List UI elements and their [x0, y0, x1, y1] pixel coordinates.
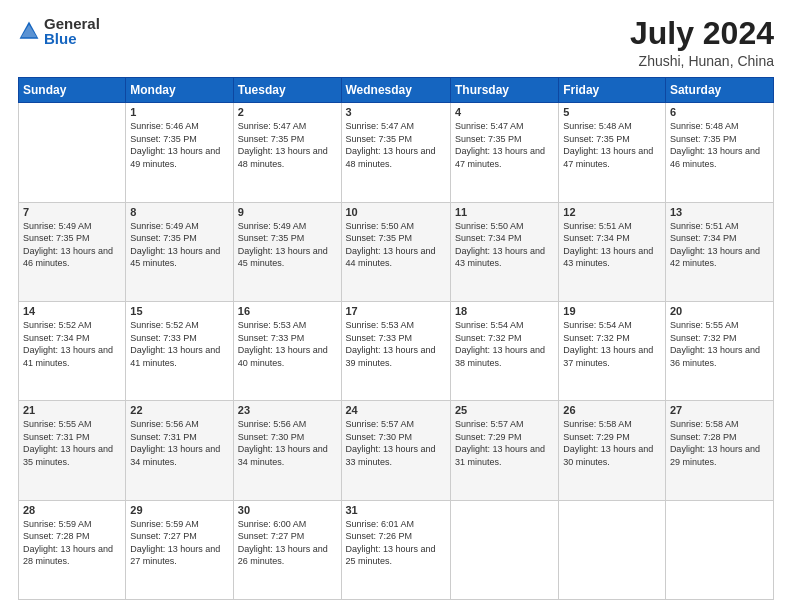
svg-marker-1	[21, 25, 37, 38]
day-number: 25	[455, 404, 554, 416]
cell-content: Sunrise: 5:50 AMSunset: 7:35 PMDaylight:…	[346, 220, 446, 270]
table-row: 15Sunrise: 5:52 AMSunset: 7:33 PMDayligh…	[126, 301, 233, 400]
logo: General Blue	[18, 16, 100, 46]
table-row	[450, 500, 558, 599]
cell-content: Sunrise: 5:53 AMSunset: 7:33 PMDaylight:…	[346, 319, 446, 369]
cell-content: Sunrise: 5:52 AMSunset: 7:33 PMDaylight:…	[130, 319, 228, 369]
col-sunday: Sunday	[19, 78, 126, 103]
day-number: 27	[670, 404, 769, 416]
day-number: 5	[563, 106, 661, 118]
day-number: 7	[23, 206, 121, 218]
cell-content: Sunrise: 5:49 AMSunset: 7:35 PMDaylight:…	[130, 220, 228, 270]
table-row: 31Sunrise: 6:01 AMSunset: 7:26 PMDayligh…	[341, 500, 450, 599]
cell-content: Sunrise: 5:49 AMSunset: 7:35 PMDaylight:…	[238, 220, 337, 270]
cell-content: Sunrise: 5:55 AMSunset: 7:31 PMDaylight:…	[23, 418, 121, 468]
logo-text-general: General	[44, 16, 100, 31]
cell-content: Sunrise: 5:53 AMSunset: 7:33 PMDaylight:…	[238, 319, 337, 369]
table-row: 19Sunrise: 5:54 AMSunset: 7:32 PMDayligh…	[559, 301, 666, 400]
cell-content: Sunrise: 5:54 AMSunset: 7:32 PMDaylight:…	[563, 319, 661, 369]
day-number: 12	[563, 206, 661, 218]
day-number: 22	[130, 404, 228, 416]
day-number: 23	[238, 404, 337, 416]
table-row: 18Sunrise: 5:54 AMSunset: 7:32 PMDayligh…	[450, 301, 558, 400]
day-number: 3	[346, 106, 446, 118]
table-row: 7Sunrise: 5:49 AMSunset: 7:35 PMDaylight…	[19, 202, 126, 301]
day-number: 13	[670, 206, 769, 218]
day-number: 11	[455, 206, 554, 218]
day-number: 29	[130, 504, 228, 516]
day-number: 31	[346, 504, 446, 516]
logo-icon	[18, 20, 40, 42]
header: General Blue July 2024 Zhushi, Hunan, Ch…	[18, 16, 774, 69]
calendar-week-4: 28Sunrise: 5:59 AMSunset: 7:28 PMDayligh…	[19, 500, 774, 599]
table-row: 17Sunrise: 5:53 AMSunset: 7:33 PMDayligh…	[341, 301, 450, 400]
day-number: 30	[238, 504, 337, 516]
cell-content: Sunrise: 5:48 AMSunset: 7:35 PMDaylight:…	[670, 120, 769, 170]
table-row: 13Sunrise: 5:51 AMSunset: 7:34 PMDayligh…	[665, 202, 773, 301]
table-row: 16Sunrise: 5:53 AMSunset: 7:33 PMDayligh…	[233, 301, 341, 400]
cell-content: Sunrise: 5:52 AMSunset: 7:34 PMDaylight:…	[23, 319, 121, 369]
calendar-week-3: 21Sunrise: 5:55 AMSunset: 7:31 PMDayligh…	[19, 401, 774, 500]
table-row: 14Sunrise: 5:52 AMSunset: 7:34 PMDayligh…	[19, 301, 126, 400]
cell-content: Sunrise: 6:01 AMSunset: 7:26 PMDaylight:…	[346, 518, 446, 568]
table-row	[559, 500, 666, 599]
day-number: 10	[346, 206, 446, 218]
table-row: 27Sunrise: 5:58 AMSunset: 7:28 PMDayligh…	[665, 401, 773, 500]
cell-content: Sunrise: 5:50 AMSunset: 7:34 PMDaylight:…	[455, 220, 554, 270]
table-row: 3Sunrise: 5:47 AMSunset: 7:35 PMDaylight…	[341, 103, 450, 202]
cell-content: Sunrise: 5:58 AMSunset: 7:29 PMDaylight:…	[563, 418, 661, 468]
table-row: 4Sunrise: 5:47 AMSunset: 7:35 PMDaylight…	[450, 103, 558, 202]
cell-content: Sunrise: 5:54 AMSunset: 7:32 PMDaylight:…	[455, 319, 554, 369]
cell-content: Sunrise: 5:56 AMSunset: 7:30 PMDaylight:…	[238, 418, 337, 468]
table-row: 30Sunrise: 6:00 AMSunset: 7:27 PMDayligh…	[233, 500, 341, 599]
col-saturday: Saturday	[665, 78, 773, 103]
table-row: 20Sunrise: 5:55 AMSunset: 7:32 PMDayligh…	[665, 301, 773, 400]
cell-content: Sunrise: 5:47 AMSunset: 7:35 PMDaylight:…	[455, 120, 554, 170]
table-row: 25Sunrise: 5:57 AMSunset: 7:29 PMDayligh…	[450, 401, 558, 500]
col-wednesday: Wednesday	[341, 78, 450, 103]
table-row: 1Sunrise: 5:46 AMSunset: 7:35 PMDaylight…	[126, 103, 233, 202]
title-block: July 2024 Zhushi, Hunan, China	[630, 16, 774, 69]
table-row: 11Sunrise: 5:50 AMSunset: 7:34 PMDayligh…	[450, 202, 558, 301]
table-row: 22Sunrise: 5:56 AMSunset: 7:31 PMDayligh…	[126, 401, 233, 500]
col-monday: Monday	[126, 78, 233, 103]
day-number: 2	[238, 106, 337, 118]
header-row: Sunday Monday Tuesday Wednesday Thursday…	[19, 78, 774, 103]
cell-content: Sunrise: 5:57 AMSunset: 7:29 PMDaylight:…	[455, 418, 554, 468]
day-number: 24	[346, 404, 446, 416]
day-number: 14	[23, 305, 121, 317]
cell-content: Sunrise: 5:59 AMSunset: 7:27 PMDaylight:…	[130, 518, 228, 568]
day-number: 26	[563, 404, 661, 416]
day-number: 4	[455, 106, 554, 118]
table-row: 8Sunrise: 5:49 AMSunset: 7:35 PMDaylight…	[126, 202, 233, 301]
table-row: 5Sunrise: 5:48 AMSunset: 7:35 PMDaylight…	[559, 103, 666, 202]
day-number: 18	[455, 305, 554, 317]
day-number: 16	[238, 305, 337, 317]
cell-content: Sunrise: 6:00 AMSunset: 7:27 PMDaylight:…	[238, 518, 337, 568]
cell-content: Sunrise: 5:51 AMSunset: 7:34 PMDaylight:…	[670, 220, 769, 270]
day-number: 15	[130, 305, 228, 317]
day-number: 19	[563, 305, 661, 317]
day-number: 21	[23, 404, 121, 416]
day-number: 8	[130, 206, 228, 218]
title-location: Zhushi, Hunan, China	[630, 53, 774, 69]
table-row: 10Sunrise: 5:50 AMSunset: 7:35 PMDayligh…	[341, 202, 450, 301]
table-row: 26Sunrise: 5:58 AMSunset: 7:29 PMDayligh…	[559, 401, 666, 500]
page: General Blue July 2024 Zhushi, Hunan, Ch…	[0, 0, 792, 612]
day-number: 17	[346, 305, 446, 317]
day-number: 6	[670, 106, 769, 118]
table-row: 21Sunrise: 5:55 AMSunset: 7:31 PMDayligh…	[19, 401, 126, 500]
cell-content: Sunrise: 5:47 AMSunset: 7:35 PMDaylight:…	[238, 120, 337, 170]
table-row: 12Sunrise: 5:51 AMSunset: 7:34 PMDayligh…	[559, 202, 666, 301]
col-thursday: Thursday	[450, 78, 558, 103]
calendar-week-0: 1Sunrise: 5:46 AMSunset: 7:35 PMDaylight…	[19, 103, 774, 202]
table-row: 9Sunrise: 5:49 AMSunset: 7:35 PMDaylight…	[233, 202, 341, 301]
table-row: 28Sunrise: 5:59 AMSunset: 7:28 PMDayligh…	[19, 500, 126, 599]
cell-content: Sunrise: 5:56 AMSunset: 7:31 PMDaylight:…	[130, 418, 228, 468]
cell-content: Sunrise: 5:48 AMSunset: 7:35 PMDaylight:…	[563, 120, 661, 170]
table-row: 23Sunrise: 5:56 AMSunset: 7:30 PMDayligh…	[233, 401, 341, 500]
cell-content: Sunrise: 5:51 AMSunset: 7:34 PMDaylight:…	[563, 220, 661, 270]
cell-content: Sunrise: 5:47 AMSunset: 7:35 PMDaylight:…	[346, 120, 446, 170]
table-row: 24Sunrise: 5:57 AMSunset: 7:30 PMDayligh…	[341, 401, 450, 500]
table-row: 2Sunrise: 5:47 AMSunset: 7:35 PMDaylight…	[233, 103, 341, 202]
